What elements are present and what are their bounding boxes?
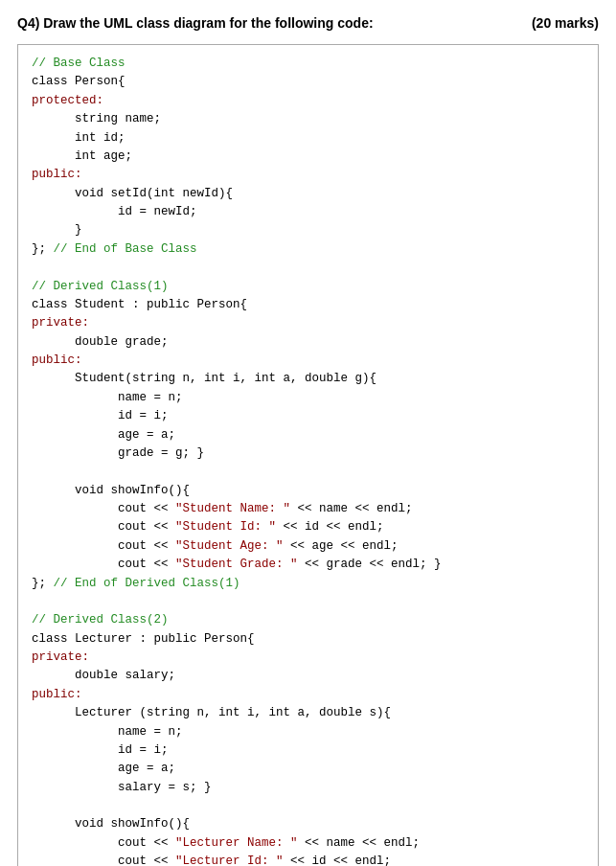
- code-line: class Person{: [32, 73, 584, 91]
- code-line: id = i;: [32, 741, 584, 760]
- code-line: }; // End of Base Class: [32, 240, 584, 259]
- code-line: grade = g; }: [32, 444, 584, 463]
- code-line: public:: [32, 352, 584, 370]
- code-line: int age;: [32, 148, 584, 166]
- code-line: id = i;: [32, 407, 584, 425]
- code-line: cout << "Student Id: " << id << endl;: [32, 518, 584, 536]
- code-line: name = n;: [32, 389, 584, 407]
- marks-text: (20 marks): [532, 15, 599, 31]
- code-line: }; // End of Derived Class(1): [32, 575, 584, 593]
- code-line: double salary;: [32, 667, 584, 685]
- code-line: int id;: [32, 129, 584, 148]
- code-line: // Derived Class(2): [32, 611, 584, 629]
- code-line: cout << "Lecturer Name: " << name << end…: [32, 834, 584, 853]
- question-text: Q4) Draw the UML class diagram for the f…: [17, 15, 374, 31]
- question-header: Q4) Draw the UML class diagram for the f…: [17, 15, 599, 31]
- code-line: salary = s; }: [32, 779, 584, 797]
- code-line: void setId(int newId){: [32, 185, 584, 203]
- code-line: [32, 259, 584, 277]
- code-line: double grade;: [32, 333, 584, 352]
- code-line: cout << "Student Age: " << age << endl;: [32, 537, 584, 556]
- code-line: protected:: [32, 92, 584, 110]
- code-line: cout << "Lecturer Id: " << id << endl;: [32, 853, 584, 866]
- code-line: Student(string n, int i, int a, double g…: [32, 370, 584, 388]
- code-line: age = a;: [32, 760, 584, 778]
- code-line: private:: [32, 649, 584, 667]
- code-line: class Student : public Person{: [32, 296, 584, 314]
- code-line: Lecturer (string n, int i, int a, double…: [32, 704, 584, 722]
- code-line: [32, 463, 584, 481]
- page: Q4) Draw the UML class diagram for the f…: [0, 0, 616, 866]
- code-line: [32, 797, 584, 815]
- code-line: name = n;: [32, 723, 584, 741]
- code-line: cout << "Student Name: " << name << endl…: [32, 500, 584, 518]
- code-line: void showInfo(){: [32, 815, 584, 833]
- code-line: private:: [32, 314, 584, 332]
- code-line: // Derived Class(1): [32, 278, 584, 296]
- code-box: // Base Classclass Person{protected: str…: [17, 44, 599, 866]
- code-line: string name;: [32, 110, 584, 128]
- code-line: [32, 593, 584, 611]
- code-line: public:: [32, 686, 584, 704]
- code-line: void showInfo(){: [32, 482, 584, 500]
- code-line: // Base Class: [32, 55, 584, 73]
- code-line: age = a;: [32, 426, 584, 444]
- code-line: public:: [32, 166, 584, 184]
- code-line: cout << "Student Grade: " << grade << en…: [32, 556, 584, 574]
- code-line: }: [32, 221, 584, 239]
- code-line: id = newId;: [32, 203, 584, 221]
- code-line: class Lecturer : public Person{: [32, 630, 584, 649]
